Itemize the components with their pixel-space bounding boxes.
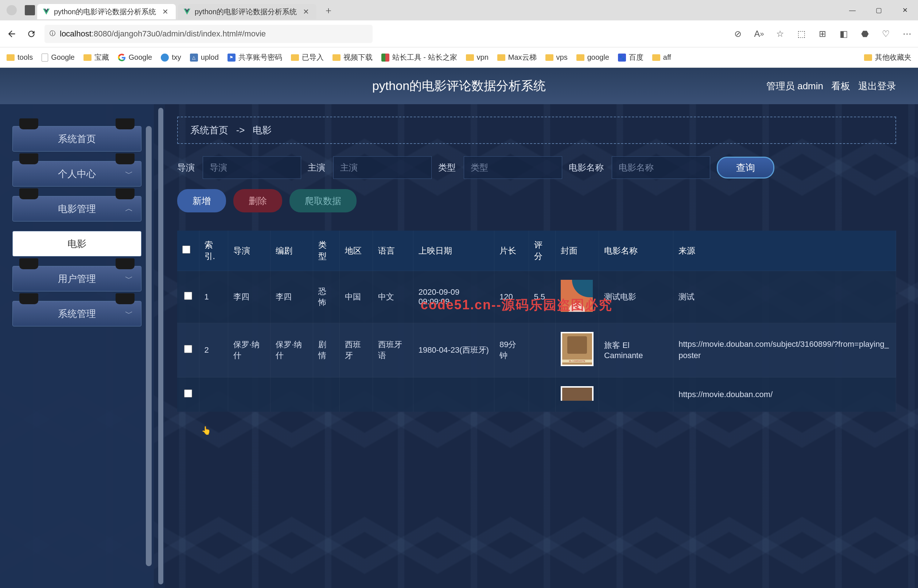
bookmark-item[interactable]: txy [161, 53, 181, 61]
browser-tab-inactive[interactable]: python的电影评论数据分析系统 ✕ [178, 4, 316, 19]
bookmark-item[interactable]: Google [118, 53, 152, 61]
heart-icon[interactable]: ♡ [880, 28, 892, 40]
search-input[interactable] [333, 156, 432, 179]
sidebar-icon[interactable]: ◧ [838, 28, 850, 40]
folder-icon [291, 54, 299, 61]
table-row[interactable]: 2保罗·纳什保罗·纳什剧情西班牙西班牙语1980-04-23(西班牙)89分钟旅… [177, 323, 896, 378]
sidebar-item[interactable]: 电影 [12, 231, 141, 257]
sidebar-item[interactable]: 系统管理﹀ [12, 301, 141, 326]
main-layout: code51.cn--源码乐园盗图必究 系统首页个人中心﹀电影管理︿电影用户管理… [0, 104, 918, 588]
vue-icon [42, 8, 50, 16]
search-input[interactable] [612, 156, 710, 179]
sidebar-item[interactable]: 个人中心﹀ [12, 161, 141, 187]
bookmark-label: vpn [477, 53, 489, 61]
back-icon[interactable] [5, 27, 18, 40]
logout-link[interactable]: 退出登录 [858, 80, 896, 92]
favorites-icon[interactable]: ☆ [774, 28, 786, 40]
more-icon[interactable]: ⋯ [901, 28, 913, 40]
search-label: 类型 [438, 162, 456, 173]
cell-date: 2020-09-09 09:09:09 [413, 271, 494, 323]
collections-icon[interactable]: ⊞ [817, 28, 828, 40]
bookmark-item[interactable]: ⚑共享账号密码 [228, 52, 282, 62]
resize-handle[interactable] [154, 104, 165, 588]
cover-image[interactable] [561, 332, 594, 366]
bookmark-item[interactable]: 已导入 [291, 52, 324, 62]
bookmark-item[interactable]: 宝藏 [84, 52, 109, 62]
table-row[interactable]: https://movie.douban.com/ [177, 378, 896, 412]
search-input[interactable] [464, 156, 562, 179]
scrollbar[interactable] [146, 126, 152, 566]
sidebar-item[interactable]: 系统首页 [12, 126, 141, 152]
folder-icon [576, 54, 584, 61]
crawl-button[interactable]: 爬取数据 [290, 189, 356, 212]
action-row: 新增 删除 爬取数据 [177, 189, 896, 212]
google-icon [118, 53, 126, 61]
folder-icon [652, 54, 660, 61]
bookmark-item[interactable]: 站长工具 - 站长之家 [381, 52, 457, 62]
bookmark-item[interactable]: 视频下载 [332, 52, 372, 62]
cell-index: 1 [199, 271, 228, 323]
table-header: 地区 [339, 231, 372, 271]
profile-avatar-icon[interactable] [6, 5, 17, 15]
row-checkbox[interactable] [184, 345, 192, 353]
new-tab-icon[interactable]: ＋ [324, 4, 333, 17]
kanban-link[interactable]: 看板 [831, 80, 850, 92]
cell-name [599, 378, 674, 412]
row-checkbox[interactable] [184, 389, 192, 397]
cell-index [199, 378, 228, 412]
close-icon[interactable]: ✕ [301, 6, 311, 17]
extensions-icon[interactable]: ⬚ [795, 28, 807, 40]
minimize-icon[interactable]: — [839, 0, 866, 20]
bookmark-item[interactable]: google [576, 53, 609, 61]
tab-overview-icon[interactable] [25, 5, 35, 15]
close-window-icon[interactable]: ✕ [892, 0, 918, 20]
bookmark-item[interactable]: aff [652, 53, 671, 61]
nav-bar: ⓘ localhost:8080/djangoh73u0/admin/dist/… [0, 20, 918, 47]
bookmark-item[interactable]: tools [6, 53, 33, 61]
bookmark-label: aff [663, 53, 671, 61]
cell-source: https://movie.douban.com/ [674, 378, 896, 412]
bookmark-item[interactable]: vpn [466, 53, 489, 61]
cell-index: 2 [199, 323, 228, 378]
add-button[interactable]: 新增 [177, 189, 226, 212]
search-row: 导演主演类型电影名称查询 [177, 156, 896, 179]
app-header: python的电影评论数据分析系统 管理员 admin 看板 退出登录 [0, 68, 918, 104]
sidebar-item[interactable]: 电影管理︿ [12, 196, 141, 221]
maximize-icon[interactable]: ▢ [866, 0, 892, 20]
bookmark-item[interactable]: vps [546, 53, 568, 61]
close-icon[interactable]: ✕ [160, 6, 171, 17]
folder-icon [497, 54, 505, 61]
row-checkbox[interactable] [184, 292, 192, 300]
shield-icon[interactable]: ⬣ [859, 28, 871, 40]
table-header: 封面 [555, 231, 599, 271]
browser-tab-active[interactable]: python的电影评论数据分析系统 ✕ [37, 4, 176, 19]
bookmark-item[interactable]: 🐾百度 [618, 52, 643, 62]
search-input[interactable] [203, 156, 301, 179]
cover-image[interactable] [561, 280, 593, 312]
cell-writer: 李四 [270, 271, 313, 323]
table-header: 编剧 [270, 231, 313, 271]
bookmark-other[interactable]: 其他收藏夹 [864, 52, 912, 62]
search-label: 电影名称 [569, 162, 604, 173]
select-all-checkbox[interactable] [182, 246, 190, 254]
info-pill-icon[interactable]: ⊘ [732, 28, 744, 40]
info-icon[interactable]: ⓘ [50, 30, 55, 37]
table-row[interactable]: 1李四李四恐怖中国中文2020-09-09 09:09:091205.5测试电影… [177, 271, 896, 323]
sidebar-item-label: 系统管理 [58, 307, 96, 320]
breadcrumb-home[interactable]: 系统首页 [190, 124, 228, 136]
bookmark-item[interactable]: △uplod [190, 53, 219, 61]
cell-director [228, 378, 270, 412]
search-button[interactable]: 查询 [717, 157, 774, 179]
cell-director: 李四 [228, 271, 270, 323]
refresh-icon[interactable] [25, 27, 38, 40]
sidebar-item[interactable]: 用户管理﹀ [12, 266, 141, 291]
read-aloud-icon[interactable]: A» [753, 28, 765, 40]
nav-icons: ⊘ A» ☆ ⬚ ⊞ ◧ ⬣ ♡ ⋯ [732, 28, 913, 40]
bookmark-item[interactable]: Google [42, 53, 75, 61]
cover-image[interactable] [561, 386, 594, 401]
chevron-down-icon: ﹀ [125, 168, 133, 179]
delete-button[interactable]: 删除 [233, 189, 282, 212]
bookmark-item[interactable]: Max云梯 [497, 52, 537, 62]
url-bar[interactable]: ⓘ localhost:8080/djangoh73u0/admin/dist/… [44, 25, 372, 43]
bookmark-label: Google [129, 53, 152, 61]
